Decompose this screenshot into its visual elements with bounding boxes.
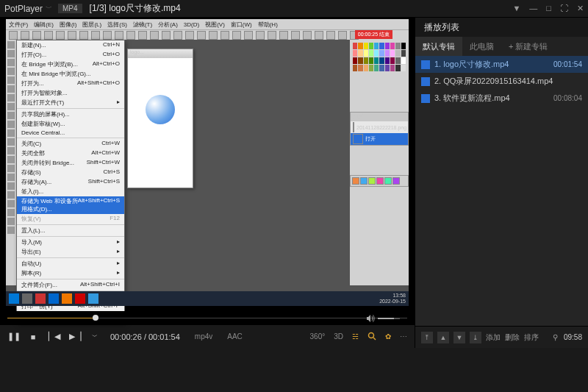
file-icon bbox=[421, 60, 430, 69]
3d-button[interactable]: 3D bbox=[334, 332, 343, 341]
tab-default-album[interactable]: 默认专辑 bbox=[415, 37, 462, 56]
app-name[interactable]: PotPlayer ﹀ bbox=[4, 4, 52, 14]
file-icon bbox=[421, 77, 430, 86]
ps-doc-title: logo... bbox=[128, 49, 193, 58]
item-name: 2. QQ录屏20220915163414.mp4 bbox=[434, 76, 578, 87]
item-duration: 00:01:54 bbox=[553, 60, 582, 68]
close-icon[interactable]: ✕ bbox=[577, 4, 584, 13]
current-time: 00:00:26 bbox=[110, 332, 142, 341]
ps-right-panels: 图层 20141128222218.png 打开 bbox=[350, 40, 409, 285]
item-duration: 00:08:04 bbox=[553, 94, 582, 102]
taskbar-date: 2022-09-15 bbox=[379, 299, 406, 304]
layer-open: 打开 bbox=[365, 135, 376, 143]
ps-document-window: logo... bbox=[127, 49, 193, 188]
playlist-tabs: 默认专辑 此电脑 + 新建专辑 bbox=[415, 37, 588, 56]
move-top-button[interactable]: ⤒ bbox=[421, 332, 433, 343]
format-badge: MP4 bbox=[58, 4, 82, 13]
minimize-icon[interactable]: — bbox=[529, 4, 537, 13]
item-name: 3. 软件更新流程.mp4 bbox=[434, 93, 549, 104]
recording-badge: 00:00:25 结束 bbox=[355, 30, 392, 39]
volume-slider[interactable] bbox=[378, 318, 400, 319]
ps-menubar: 文件(F)编辑(E)图像(I)图层(L)选择(S)滤镜(T)分析(A)3D(D)… bbox=[6, 19, 409, 29]
settings-icon[interactable]: ✿ bbox=[385, 332, 391, 341]
video-area: 文件(F)编辑(E)图像(I)图层(L)选择(S)滤镜(T)分析(A)3D(D)… bbox=[0, 18, 415, 348]
chevron-down-icon[interactable]: ﹀ bbox=[90, 332, 100, 341]
ps-toolbox bbox=[6, 40, 16, 285]
item-name: 1. logo尺寸修改.mp4 bbox=[434, 59, 549, 70]
pin-icon[interactable]: ▼ bbox=[512, 4, 520, 13]
seek-knob[interactable] bbox=[93, 315, 98, 321]
maximize-icon[interactable]: □ bbox=[546, 4, 551, 13]
subtitle-button[interactable]: ☵ bbox=[352, 332, 359, 341]
ps-layers-panel: 图层 20141128222218.png 打开 bbox=[350, 112, 409, 146]
next-button[interactable]: ▶▕ bbox=[69, 332, 79, 341]
window-controls: ▼ — □ ⛶ ✕ bbox=[512, 4, 584, 13]
svg-line-1 bbox=[373, 338, 376, 340]
ps-toolbar bbox=[6, 29, 409, 40]
playlist-item[interactable]: 2. QQ录屏20220915163414.mp4 bbox=[415, 73, 588, 90]
sort-button[interactable]: 排序 bbox=[524, 332, 539, 343]
footer-time: 09:58 bbox=[564, 333, 582, 341]
playback-controls: ❚❚ ■ ▏◀ ▶▕ ﹀ 00:00:26 / 00:01:54 mp4v AA… bbox=[0, 324, 415, 348]
add-button[interactable]: 添加 bbox=[486, 332, 501, 343]
app-label: PotPlayer bbox=[4, 4, 43, 14]
video-frame-photoshop: 文件(F)编辑(E)图像(I)图层(L)选择(S)滤镜(T)分析(A)3D(D)… bbox=[6, 19, 409, 306]
stop-button[interactable]: ■ bbox=[28, 332, 38, 341]
ps-swatches bbox=[350, 40, 409, 75]
menu-icon[interactable]: ⋯ bbox=[400, 332, 407, 341]
file-icon bbox=[421, 94, 430, 103]
playlist-panel: 播放列表 默认专辑 此电脑 + 新建专辑 1. logo尺寸修改.mp400:0… bbox=[415, 18, 588, 348]
audio-codec[interactable]: AAC bbox=[227, 332, 243, 341]
move-bottom-button[interactable]: ⤓ bbox=[470, 332, 481, 343]
svg-point-0 bbox=[369, 332, 374, 338]
delete-button[interactable]: 删除 bbox=[505, 332, 520, 343]
windows-taskbar: 13:582022-09-15 bbox=[6, 291, 409, 306]
search-icon[interactable]: ⚲ bbox=[553, 333, 558, 341]
seek-bar[interactable] bbox=[0, 311, 415, 324]
logo-sphere bbox=[146, 95, 175, 124]
video-content[interactable]: 文件(F)编辑(E)图像(I)图层(L)选择(S)滤镜(T)分析(A)3D(D)… bbox=[0, 18, 415, 311]
playlist-item[interactable]: 1. logo尺寸修改.mp400:01:54 bbox=[415, 56, 588, 73]
pause-button[interactable]: ❚❚ bbox=[7, 332, 18, 341]
ps-file-menu-dropdown: 新建(N)...Ctrl+N打开(O)...Ctrl+O在 Bridge 中浏览… bbox=[16, 40, 125, 324]
tab-new-album[interactable]: + 新建专辑 bbox=[501, 37, 555, 56]
playlist-items: 1. logo尺寸修改.mp400:01:542. QQ录屏2022091516… bbox=[415, 56, 588, 326]
layer-filename: 20141128222218.png bbox=[356, 125, 406, 130]
move-up-button[interactable]: ▲ bbox=[437, 332, 449, 343]
total-time: 00:01:54 bbox=[148, 332, 180, 341]
360-button[interactable]: 360° bbox=[310, 332, 326, 341]
time-display: 00:00:26 / 00:01:54 bbox=[110, 332, 180, 341]
ps-mini-panel bbox=[350, 175, 409, 187]
taskbar-time: 13:58 bbox=[379, 293, 406, 299]
fullscreen-icon[interactable]: ⛶ bbox=[560, 4, 568, 13]
playlist-item[interactable]: 3. 软件更新流程.mp400:08:04 bbox=[415, 90, 588, 107]
volume-icon[interactable] bbox=[366, 314, 375, 323]
tab-computer[interactable]: 此电脑 bbox=[462, 37, 501, 56]
move-down-button[interactable]: ▼ bbox=[453, 332, 465, 343]
chevron-down-icon: ﹀ bbox=[46, 4, 52, 13]
video-codec[interactable]: mp4v bbox=[195, 332, 212, 341]
titlebar: PotPlayer ﹀ MP4 [1/3] logo尺寸修改.mp4 ▼ — □… bbox=[0, 0, 588, 18]
playlist-footer: ⤒ ▲ ▼ ⤓ 添加 删除 排序 ⚲ 09:58 bbox=[415, 326, 588, 348]
video-title: [1/3] logo尺寸修改.mp4 bbox=[90, 2, 181, 15]
playlist-header: 播放列表 bbox=[415, 18, 588, 37]
prev-button[interactable]: ▏◀ bbox=[49, 332, 59, 341]
search-icon[interactable] bbox=[368, 332, 376, 342]
